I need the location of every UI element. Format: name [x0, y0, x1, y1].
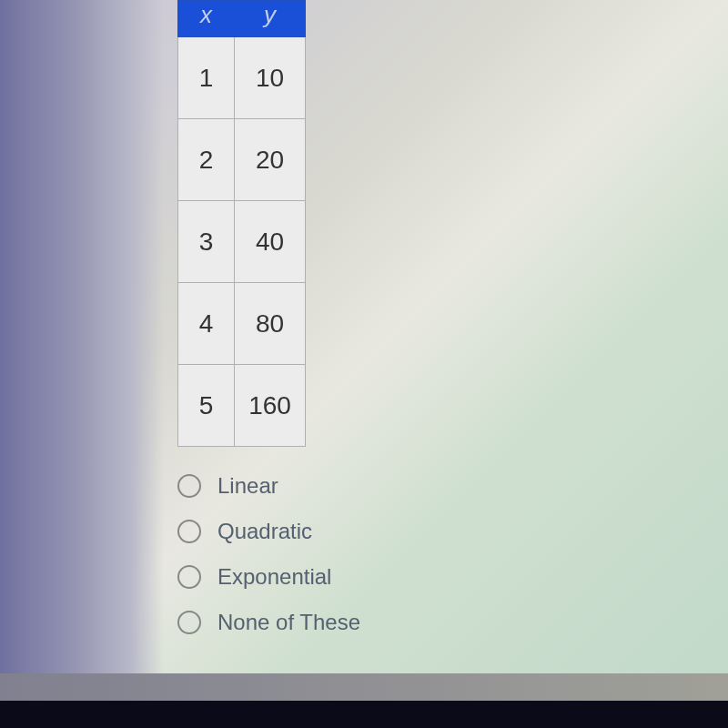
header-y: y [235, 1, 306, 37]
option-exponential[interactable]: Exponential [177, 564, 360, 590]
cell-x: 2 [178, 119, 235, 201]
cell-x: 1 [178, 37, 235, 119]
cell-y: 10 [235, 37, 306, 119]
answer-options: Linear Quadratic Exponential None of The… [177, 473, 360, 655]
option-none[interactable]: None of These [177, 610, 360, 635]
bottom-edge-gray [0, 673, 728, 701]
table-row: 2 20 [178, 119, 306, 201]
table-header-row: x y [178, 1, 306, 37]
radio-icon [177, 611, 201, 634]
radio-icon [177, 520, 201, 543]
table-container: x y 1 10 2 20 3 40 4 80 5 160 [177, 0, 306, 447]
table-row: 1 10 [178, 37, 306, 119]
option-label: Exponential [217, 564, 331, 590]
xy-table: x y 1 10 2 20 3 40 4 80 5 160 [177, 0, 306, 447]
cell-y: 80 [235, 283, 306, 365]
option-linear[interactable]: Linear [177, 473, 360, 499]
left-shadow [0, 0, 164, 728]
header-x: x [178, 1, 235, 37]
cell-x: 3 [178, 201, 235, 283]
cell-y: 40 [235, 201, 306, 283]
table-row: 3 40 [178, 201, 306, 283]
radio-icon [177, 474, 201, 498]
cell-x: 4 [178, 283, 235, 365]
cell-y: 20 [235, 119, 306, 201]
option-label: Linear [217, 473, 278, 499]
table-row: 4 80 [178, 283, 306, 365]
cell-y: 160 [235, 365, 306, 447]
cell-x: 5 [178, 365, 235, 447]
bottom-bar [0, 701, 728, 728]
radio-icon [177, 565, 201, 589]
option-label: Quadratic [217, 519, 312, 544]
table-row: 5 160 [178, 365, 306, 447]
option-quadratic[interactable]: Quadratic [177, 519, 360, 544]
option-label: None of These [217, 610, 360, 635]
